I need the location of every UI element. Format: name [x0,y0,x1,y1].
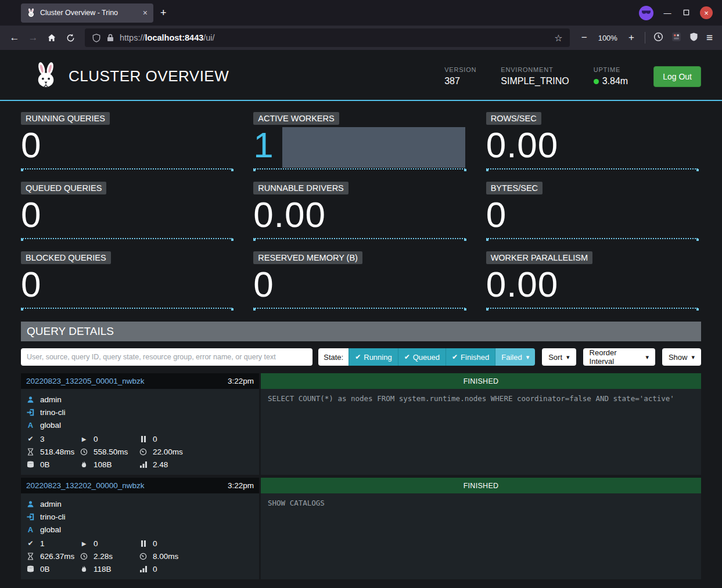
stat-label: QUEUED QUERIES [21,182,106,194]
url-path: /ui/ [203,33,214,42]
zoom-level[interactable]: 100% [598,34,617,42]
environment-value: SIMPLE_TRINO [501,76,569,86]
chevron-down-icon: ▾ [645,354,649,360]
stat-value: 0 [21,127,41,163]
trino-logo [34,62,58,91]
stat-label: BLOCKED QUERIES [21,251,111,264]
privacy-shield-icon[interactable] [689,32,698,44]
total-time: 2.28s [94,552,113,561]
running-splits: 0 [94,435,98,443]
tracking-shield-icon[interactable] [92,34,100,42]
chevron-down-icon: ▾ [566,354,570,360]
state-filter-group: State: ✔ Running ✔ Queued ✔ Finished Fa [318,348,535,366]
query-summary-panel: admin trino-cli A global [21,493,259,579]
menu-icon[interactable]: ≡ [706,31,713,44]
url-host: localhost:8443 [145,33,204,42]
stat-label: ROWS/SEC [486,112,541,125]
private-browsing-icon[interactable] [639,6,653,20]
check-icon: ✔ [404,353,410,360]
cpu-time: 22.00ms [153,448,183,456]
sparkline [486,308,698,309]
stat-value: 0.00 [486,266,559,302]
query-source: trino-cli [40,408,66,417]
query-user: admin [40,395,62,404]
state-running-button[interactable]: ✔ Running [349,348,398,366]
uptime-block: UPTIME 3.84m [594,66,628,86]
queued-splits-icon [139,540,148,547]
sparkline [21,238,232,239]
extension-icon[interactable] [671,32,681,44]
tab-title: Cluster Overview - Trino [40,9,138,17]
peak-memory-flame-icon [80,565,88,573]
query-time: 3:22pm [228,481,254,490]
query-entry: 20220823_132202_00000_nwbzk 3:22pm FINIS… [21,478,701,579]
query-id-link[interactable]: 20220823_132202_00000_nwbzk [26,481,228,490]
tile-bytes-per-sec: BYTES/SEC 0 [486,174,701,244]
total-time: 558.50ms [94,448,128,456]
minimize-button[interactable]: — [663,9,672,17]
tile-running-queries: RUNNING QUERIES 0 [21,104,236,174]
source-login-icon [26,513,35,521]
state-queued-button[interactable]: ✔ Queued [398,348,446,366]
cpu-time-icon [139,553,148,560]
uptime-label: UPTIME [594,66,628,73]
show-label: Show [669,353,688,362]
sparkline [21,308,232,309]
sparkline-area-fill [282,127,465,168]
browser-nav-bar: ← → https://localhost:8443/ui/ ☆ − 100% … [0,26,722,50]
user-icon [26,396,35,403]
reorder-interval-dropdown[interactable]: Reorder Interval ▾ [583,348,655,366]
query-resource-group: global [40,421,61,430]
completed-splits-icon: ✔ [26,435,35,443]
close-button[interactable]: × [700,6,713,19]
tab-close-icon[interactable]: × [143,8,148,17]
new-tab-button[interactable]: + [153,6,174,20]
browser-tab[interactable]: Cluster Overview - Trino × [21,3,153,23]
show-dropdown[interactable]: Show ▾ [662,348,701,366]
bookmark-star-icon[interactable]: ☆ [554,33,562,44]
version-block: VERSION 387 [444,66,476,86]
state-failed-dropdown[interactable]: Failed ▾ [495,348,535,366]
home-button[interactable] [43,29,60,46]
query-id-link[interactable]: 20220823_132205_00001_nwbzk [26,377,228,385]
query-summary-panel: admin trino-cli A global [21,389,259,475]
peak-memory: 108B [94,460,112,469]
queued-splits: 0 [153,435,157,443]
uptime-status-dot [594,79,599,84]
logout-button[interactable]: Log Out [653,66,701,87]
sparkline [486,238,698,239]
cpu-time: 8.00ms [153,552,178,561]
sort-dropdown[interactable]: Sort ▾ [542,348,576,366]
stat-label: RUNNABLE DRIVERS [253,182,348,194]
history-clock-icon[interactable] [653,32,663,44]
stat-label: ACTIVE WORKERS [253,112,339,125]
state-finished-button[interactable]: ✔ Finished [446,348,495,366]
trino-favicon [27,8,35,17]
uptime-value: 3.84m [602,76,628,86]
query-search-input[interactable] [21,348,312,366]
zoom-in-button[interactable]: + [623,29,640,46]
parallelism: 2.48 [153,460,168,469]
tile-queued-queries: QUEUED QUERIES 0 [21,174,236,244]
chevron-down-icon: ▾ [526,354,530,360]
query-source: trino-cli [40,513,66,521]
back-button[interactable]: ← [6,29,23,46]
forward-button[interactable]: → [24,29,42,46]
reload-button[interactable] [62,29,79,46]
queued-splits-icon [139,436,148,442]
lock-icon[interactable] [106,34,114,42]
browser-window: Cluster Overview - Trino × + — × ← → [0,0,722,588]
resource-group-icon: A [26,525,35,534]
query-toolbar: State: ✔ Running ✔ Queued ✔ Finished Fa [21,348,701,366]
source-login-icon [26,409,35,416]
zoom-out-button[interactable]: − [576,29,593,46]
maximize-button[interactable] [681,9,691,17]
running-splits-icon: ▶ [80,436,88,442]
url-bar[interactable]: https://localhost:8443/ui/ ☆ [85,28,570,47]
query-id-row: 20220823_132202_00000_nwbzk 3:22pm [21,478,259,493]
zoom-controls: − 100% + [576,29,640,46]
sparkline [21,168,232,169]
query-status-badge: FINISHED [261,373,701,389]
state-failed-label: Failed [501,353,522,362]
query-sql-text: SHOW CATALOGS [261,493,701,579]
